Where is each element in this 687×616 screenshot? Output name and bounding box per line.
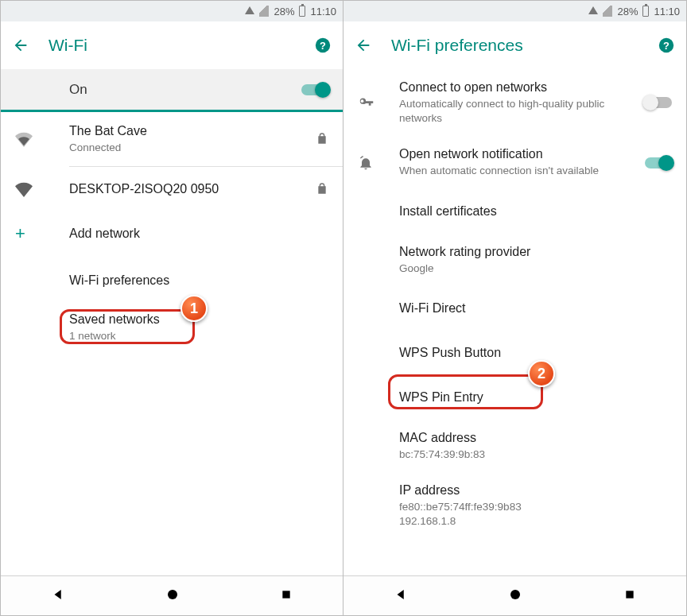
- wifi-toggle-label: On: [69, 82, 87, 98]
- svg-text:?: ?: [320, 40, 326, 52]
- pref-title: WPS Pin Entry: [399, 389, 672, 405]
- app-bar: Wi-Fi preferences ?: [344, 21, 686, 69]
- app-bar: Wi-Fi ?: [1, 21, 343, 69]
- svg-rect-8: [626, 591, 633, 598]
- network-ssid: DESKTOP-2ISOQ20 0950: [69, 181, 316, 197]
- svg-text:?: ?: [663, 40, 670, 52]
- battery-pct: 28%: [274, 6, 294, 17]
- svg-rect-3: [282, 591, 289, 598]
- wifi-master-toggle-row[interactable]: On: [1, 69, 343, 112]
- pref-title: Open network notification: [399, 146, 645, 162]
- battery-icon: [299, 6, 305, 17]
- battery-icon: [642, 6, 649, 17]
- saved-networks-sub: 1 network: [69, 329, 328, 343]
- lock-icon: [316, 182, 328, 197]
- ip-address-row: IP address fe80::be75:74ff:fe39:9b83 192…: [344, 472, 686, 529]
- wifi-strength-icon: [12, 180, 69, 198]
- pref-title: Install certificates: [399, 203, 672, 219]
- android-navbar: [1, 575, 343, 615]
- install-certificates-row[interactable]: Install certificates: [344, 189, 686, 234]
- saved-networks-row[interactable]: Saved networks 1 network: [1, 300, 343, 354]
- pref-sub: Google: [399, 262, 672, 276]
- nav-recents-button[interactable]: [623, 588, 636, 603]
- pref-sub: Automatically connect to high-quality pu…: [399, 97, 645, 126]
- svg-point-6: [361, 100, 364, 103]
- notification-switch[interactable]: [645, 157, 672, 169]
- pref-title: WPS Push Button: [399, 345, 672, 361]
- add-network-label: Add network: [69, 226, 328, 242]
- add-network-row[interactable]: + Add network: [1, 211, 343, 256]
- nav-home-button[interactable]: [165, 587, 180, 604]
- wifi-signal-icon: [588, 6, 598, 14]
- clock: 11:10: [654, 6, 680, 17]
- network-status: Connected: [69, 141, 316, 155]
- phone-wifi-screen: 28% 11:10 Wi-Fi ? On The Bat: [1, 1, 344, 615]
- bell-icon: [355, 155, 399, 171]
- plus-icon: +: [12, 225, 69, 242]
- mac-value: bc:75:74:39:9b:83: [399, 447, 672, 462]
- page-title: Wi-Fi preferences: [391, 36, 638, 55]
- connect-open-networks-row[interactable]: Connect to open networks Automatically c…: [344, 69, 686, 136]
- ip-value: fe80::be75:74ff:fe39:9b83 192.168.1.8: [399, 500, 672, 529]
- wifi-toggle-switch[interactable]: [301, 84, 328, 95]
- clock: 11:10: [310, 6, 336, 17]
- sd-card-icon: [259, 6, 269, 17]
- nav-home-button[interactable]: [508, 587, 522, 604]
- wifi-preferences-label: Wi-Fi preferences: [69, 273, 328, 289]
- nav-back-button[interactable]: [394, 587, 408, 604]
- battery-pct: 28%: [617, 6, 638, 17]
- pref-title: Network rating provider: [399, 244, 672, 260]
- saved-networks-label: Saved networks: [69, 312, 328, 327]
- help-button[interactable]: ?: [314, 37, 332, 54]
- help-button[interactable]: ?: [658, 37, 675, 54]
- phone-wifi-prefs-screen: 28% 11:10 Wi-Fi preferences ? Connect to…: [344, 1, 686, 615]
- svg-point-7: [510, 590, 520, 599]
- nav-back-button[interactable]: [51, 587, 65, 604]
- wifi-preferences-row[interactable]: Wi-Fi preferences: [1, 256, 343, 300]
- wifi-strength-icon: [12, 130, 69, 148]
- nav-recents-button[interactable]: [280, 588, 293, 603]
- network-ssid: The Bat Cave: [69, 123, 316, 139]
- pref-sub: When automatic connection isn't availabl…: [399, 164, 645, 178]
- key-icon: [355, 94, 399, 111]
- back-button[interactable]: [12, 37, 29, 54]
- status-bar: 28% 11:10: [344, 1, 686, 21]
- lock-icon: [316, 132, 328, 147]
- wps-pin-entry-row[interactable]: WPS Pin Entry: [344, 375, 686, 420]
- page-title: Wi-Fi: [49, 36, 295, 55]
- wifi-direct-row[interactable]: Wi-Fi Direct: [344, 286, 686, 331]
- pref-title: MAC address: [399, 430, 672, 446]
- sd-card-icon: [603, 6, 612, 17]
- mac-address-row: MAC address bc:75:74:39:9b:83: [344, 420, 686, 472]
- network-row[interactable]: The Bat Cave Connected: [1, 112, 343, 166]
- android-navbar: [344, 575, 686, 615]
- status-bar: 28% 11:10: [1, 1, 343, 21]
- wifi-signal-icon: [245, 6, 254, 14]
- svg-point-2: [168, 590, 177, 599]
- network-row[interactable]: DESKTOP-2ISOQ20 0950: [1, 167, 343, 211]
- back-button[interactable]: [355, 37, 372, 54]
- open-networks-switch[interactable]: [645, 97, 672, 108]
- pref-title: Connect to open networks: [399, 79, 645, 95]
- wps-push-button-row[interactable]: WPS Push Button: [344, 331, 686, 375]
- pref-title: IP address: [399, 482, 672, 498]
- open-network-notification-row[interactable]: Open network notification When automatic…: [344, 136, 686, 188]
- pref-title: Wi-Fi Direct: [399, 300, 672, 316]
- network-rating-row[interactable]: Network rating provider Google: [344, 234, 686, 286]
